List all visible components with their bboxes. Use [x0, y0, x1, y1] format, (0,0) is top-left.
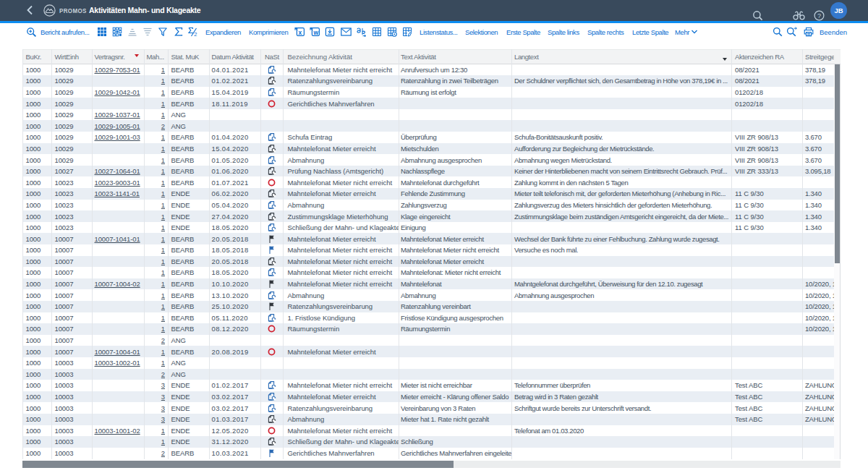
svg-text:2: 2	[194, 31, 197, 37]
svg-text:w: w	[313, 29, 319, 36]
svg-text:x: x	[299, 29, 302, 36]
svg-text:?: ?	[817, 12, 821, 19]
